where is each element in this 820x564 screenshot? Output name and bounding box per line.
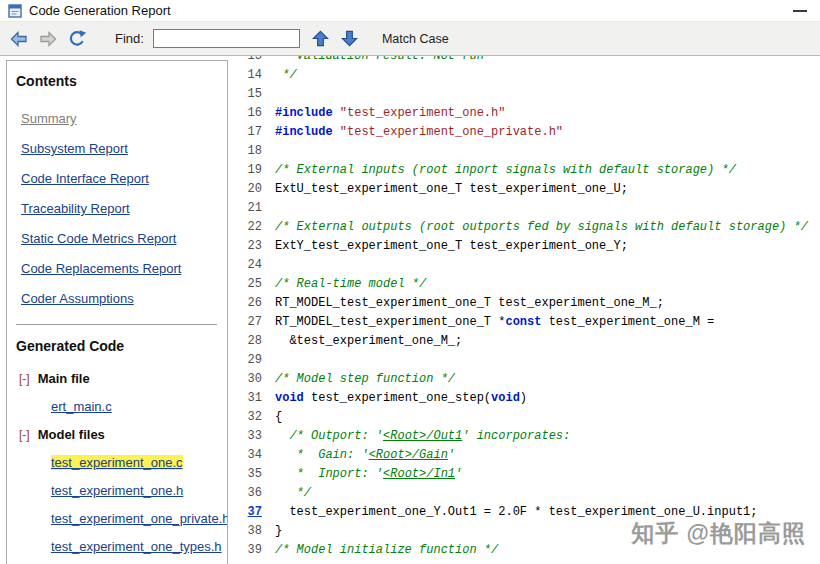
code-comment: /* Model initialize function */ bbox=[275, 543, 498, 557]
code-text: void test_experiment_one_step(void) bbox=[275, 391, 527, 405]
code-comment: * Inport: ' bbox=[275, 467, 383, 481]
nav-link[interactable]: Subsystem Report bbox=[21, 141, 128, 156]
code-comment: /* External outputs (root outports fed b… bbox=[275, 220, 808, 234]
code-preproc: #include bbox=[275, 106, 340, 120]
code-text: */ bbox=[275, 68, 297, 82]
code-comment: /* Real-time model */ bbox=[275, 277, 426, 291]
code-plain: { bbox=[275, 410, 282, 424]
code-line: 39/* Model initialize function */ bbox=[237, 540, 820, 559]
code-plain: RT_MODEL_test_experiment_one_T test_expe… bbox=[275, 296, 664, 310]
code-plain: ExtU_test_experiment_one_T test_experime… bbox=[275, 182, 628, 196]
code-line: 34 * Gain: '<Root>/Gain' bbox=[237, 445, 820, 464]
nav-link[interactable]: Summary bbox=[21, 111, 77, 126]
code-line: 24 bbox=[237, 255, 820, 274]
line-number: 22 bbox=[237, 220, 262, 234]
minimize-icon bbox=[793, 10, 807, 12]
code-line: 13 * Validation result: Not run bbox=[237, 56, 820, 65]
app-icon bbox=[8, 4, 22, 18]
code-line: 20ExtU_test_experiment_one_T test_experi… bbox=[237, 179, 820, 198]
sidebar-item: Subsystem Report bbox=[21, 134, 225, 164]
code-text: * Validation result: Not run bbox=[275, 56, 484, 63]
file-link[interactable]: test_experiment_one_private.h bbox=[51, 511, 228, 526]
line-number: 27 bbox=[237, 315, 262, 329]
sidebar-item: Coder Assumptions bbox=[21, 284, 225, 314]
find-next-button[interactable] bbox=[338, 27, 362, 51]
code-text: /* External inputs (root inport signals … bbox=[275, 163, 736, 177]
line-number: 24 bbox=[237, 258, 262, 272]
code-line: 22/* External outputs (root outports fed… bbox=[237, 217, 820, 236]
code-text: } bbox=[275, 524, 282, 538]
file-link[interactable]: ert_main.c bbox=[51, 399, 112, 414]
code-line: 33 /* Outport: '<Root>/Out1' incorporate… bbox=[237, 426, 820, 445]
tree-file-item: test_experiment_one_types.h bbox=[16, 533, 225, 561]
line-number: 38 bbox=[237, 524, 262, 538]
title-bar: Code Generation Report bbox=[0, 0, 820, 22]
sidebar-item: Summary bbox=[21, 104, 225, 134]
tree-group: [-]Main file bbox=[16, 365, 225, 393]
code-trace-link[interactable]: <Root>/Gain bbox=[369, 448, 448, 462]
find-input[interactable] bbox=[153, 29, 300, 48]
code-plain: ExtY_test_experiment_one_T test_experime… bbox=[275, 239, 628, 253]
tree-collapse-icon[interactable]: [-] bbox=[19, 428, 30, 442]
tree-collapse-icon[interactable]: [-] bbox=[19, 372, 30, 386]
line-number: 15 bbox=[237, 87, 262, 101]
nav-link[interactable]: Static Code Metrics Report bbox=[21, 231, 176, 246]
code-string: "test_experiment_one.h" bbox=[340, 106, 506, 120]
window-title: Code Generation Report bbox=[29, 3, 171, 18]
code-line: 37 test_experiment_one_Y.Out1 = 2.0F * t… bbox=[237, 502, 820, 521]
minimize-button[interactable] bbox=[792, 3, 808, 19]
forward-arrow-icon bbox=[38, 29, 58, 49]
line-number: 13 bbox=[237, 56, 262, 63]
file-link[interactable]: test_experiment_one.h bbox=[51, 483, 183, 498]
code-keyword: void bbox=[491, 391, 520, 405]
code-text: ExtU_test_experiment_one_T test_experime… bbox=[275, 182, 628, 196]
tree-group-label: Main file bbox=[38, 371, 90, 386]
file-link[interactable]: test_experiment_one.c bbox=[51, 455, 183, 470]
code-text: /* Model step function */ bbox=[275, 372, 455, 386]
code-text: ExtY_test_experiment_one_T test_experime… bbox=[275, 239, 628, 253]
line-number: 39 bbox=[237, 543, 262, 557]
code-pane: 13 * Validation result: Not run14 */1516… bbox=[237, 56, 820, 563]
code-trace-link[interactable]: <Root>/Out1 bbox=[383, 429, 462, 443]
code-keyword: const bbox=[505, 315, 541, 329]
code-comment: ' incorporates: bbox=[462, 429, 570, 443]
code-text: * Inport: '<Root>/In1' bbox=[275, 467, 462, 481]
nav-link[interactable]: Traceability Report bbox=[21, 201, 130, 216]
match-case-toggle[interactable]: Match Case bbox=[382, 32, 449, 46]
line-number: 21 bbox=[237, 201, 262, 215]
find-previous-button[interactable] bbox=[309, 27, 333, 51]
code-line: 36 */ bbox=[237, 483, 820, 502]
line-number: 30 bbox=[237, 372, 262, 386]
back-button[interactable] bbox=[6, 26, 32, 52]
tree-group-label: Model files bbox=[38, 427, 105, 442]
sidebar-item: Code Interface Report bbox=[21, 164, 225, 194]
nav-link[interactable]: Coder Assumptions bbox=[21, 291, 134, 306]
code-text: /* Model initialize function */ bbox=[275, 543, 498, 557]
line-number: 34 bbox=[237, 448, 262, 462]
forward-button[interactable] bbox=[35, 26, 61, 52]
code-comment: * Validation result: Not run bbox=[275, 56, 484, 63]
main-area: Contents SummarySubsystem ReportCode Int… bbox=[0, 56, 820, 563]
line-number-link[interactable]: 37 bbox=[237, 505, 262, 519]
nav-link[interactable]: Code Replacements Report bbox=[21, 261, 181, 276]
line-number: 35 bbox=[237, 467, 262, 481]
code-line: 23ExtY_test_experiment_one_T test_experi… bbox=[237, 236, 820, 255]
code-text: #include "test_experiment_one_private.h" bbox=[275, 125, 563, 139]
code-trace-link[interactable]: <Root>/In1 bbox=[383, 467, 455, 481]
code-text: { bbox=[275, 410, 282, 424]
code-comment: * Gain: ' bbox=[275, 448, 369, 462]
nav-link[interactable]: Code Interface Report bbox=[21, 171, 149, 186]
code-plain: test_experiment_one_M = bbox=[541, 315, 714, 329]
generated-code-tree: [-]Main fileert_main.c[-]Model filestest… bbox=[16, 365, 225, 561]
code-text: test_experiment_one_Y.Out1 = 2.0F * test… bbox=[275, 505, 757, 519]
code-listing: 13 * Validation result: Not run14 */1516… bbox=[237, 56, 820, 559]
file-link[interactable]: test_experiment_one_types.h bbox=[51, 539, 222, 554]
refresh-button[interactable] bbox=[64, 26, 90, 52]
code-line: 21 bbox=[237, 198, 820, 217]
code-line: 15 bbox=[237, 84, 820, 103]
code-text: RT_MODEL_test_experiment_one_T test_expe… bbox=[275, 296, 664, 310]
code-line: 32{ bbox=[237, 407, 820, 426]
code-line: 18 bbox=[237, 141, 820, 160]
down-arrow-icon bbox=[340, 29, 359, 48]
up-arrow-icon bbox=[311, 29, 330, 48]
